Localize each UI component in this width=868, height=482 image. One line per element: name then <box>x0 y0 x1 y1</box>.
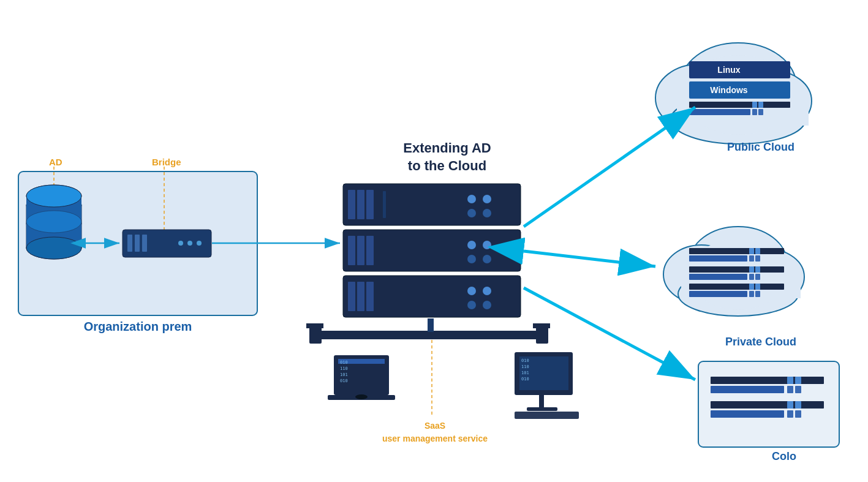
svg-rect-27 <box>343 184 521 225</box>
svg-point-15 <box>26 237 81 259</box>
svg-point-32 <box>483 195 491 203</box>
svg-rect-115 <box>755 291 760 297</box>
svg-text:Windows: Windows <box>710 85 748 95</box>
svg-rect-90 <box>752 109 757 115</box>
svg-rect-60 <box>338 359 385 364</box>
svg-rect-57 <box>533 323 550 328</box>
svg-rect-67 <box>515 352 573 395</box>
svg-rect-126 <box>795 401 801 409</box>
svg-point-43 <box>483 255 491 263</box>
colo-label: Colo <box>744 450 824 463</box>
svg-line-130 <box>524 251 655 266</box>
svg-point-17 <box>26 185 81 207</box>
svg-rect-107 <box>755 266 760 273</box>
svg-text:010: 010 <box>521 377 529 382</box>
svg-rect-30 <box>366 190 374 219</box>
svg-rect-88 <box>752 102 757 108</box>
svg-rect-123 <box>711 401 824 409</box>
svg-point-78 <box>732 70 812 132</box>
svg-rect-21 <box>142 235 147 252</box>
svg-text:101: 101 <box>340 372 348 377</box>
svg-rect-14 <box>26 196 81 248</box>
svg-rect-119 <box>787 377 793 384</box>
svg-point-77 <box>655 64 741 132</box>
svg-point-42 <box>467 255 476 263</box>
svg-rect-109 <box>755 274 760 280</box>
svg-rect-38 <box>357 236 364 265</box>
svg-rect-97 <box>681 271 801 298</box>
svg-rect-118 <box>711 386 784 393</box>
svg-point-12 <box>26 237 81 259</box>
svg-rect-120 <box>795 377 801 384</box>
svg-rect-104 <box>689 266 784 273</box>
svg-point-22 <box>178 241 183 246</box>
svg-point-50 <box>467 301 476 309</box>
svg-rect-19 <box>127 235 132 252</box>
svg-rect-39 <box>366 236 374 265</box>
svg-point-16 <box>26 211 81 233</box>
svg-rect-106 <box>749 266 754 273</box>
svg-rect-125 <box>787 401 793 409</box>
svg-rect-98 <box>689 248 784 254</box>
svg-line-131 <box>524 288 695 380</box>
svg-rect-73 <box>539 395 544 407</box>
svg-rect-113 <box>755 284 760 290</box>
svg-rect-20 <box>135 235 140 252</box>
svg-point-66 <box>355 394 368 399</box>
svg-rect-117 <box>711 377 824 384</box>
svg-point-11 <box>26 213 81 235</box>
svg-rect-55 <box>536 326 548 344</box>
svg-point-96 <box>689 239 787 310</box>
svg-rect-122 <box>795 386 801 393</box>
svg-rect-84 <box>689 81 790 99</box>
svg-rect-116 <box>698 361 839 447</box>
svg-rect-101 <box>755 248 760 254</box>
svg-text:110: 110 <box>521 364 529 369</box>
svg-point-76 <box>680 43 796 129</box>
svg-rect-112 <box>749 284 754 290</box>
svg-text:AD: AD <box>49 157 62 167</box>
svg-rect-46 <box>357 282 364 311</box>
svg-point-31 <box>467 195 476 203</box>
svg-rect-45 <box>348 282 355 311</box>
svg-rect-105 <box>689 274 747 280</box>
svg-rect-89 <box>758 102 763 108</box>
svg-rect-128 <box>795 410 801 418</box>
public-cloud-label: Public Cloud <box>693 141 828 154</box>
svg-rect-91 <box>758 109 763 115</box>
svg-rect-28 <box>348 190 355 219</box>
svg-rect-54 <box>309 326 322 344</box>
svg-rect-114 <box>749 291 754 297</box>
svg-point-93 <box>663 245 739 304</box>
svg-rect-52 <box>312 331 545 339</box>
svg-point-13 <box>26 185 81 207</box>
svg-rect-124 <box>711 410 784 418</box>
svg-point-49 <box>483 287 491 295</box>
svg-text:010: 010 <box>340 360 348 365</box>
svg-point-24 <box>197 241 202 246</box>
svg-rect-102 <box>749 255 754 262</box>
svg-point-33 <box>467 209 476 217</box>
svg-rect-44 <box>343 276 521 317</box>
svg-point-51 <box>483 301 491 309</box>
svg-point-34 <box>483 209 491 217</box>
svg-rect-127 <box>787 410 793 418</box>
svg-rect-35 <box>383 191 386 218</box>
svg-rect-68 <box>519 356 568 390</box>
svg-point-23 <box>187 241 192 246</box>
svg-text:Linux: Linux <box>717 65 741 75</box>
svg-point-48 <box>467 287 476 295</box>
svg-point-41 <box>483 241 491 249</box>
svg-point-80 <box>683 55 793 135</box>
svg-point-79 <box>671 95 806 144</box>
svg-rect-56 <box>306 323 323 328</box>
svg-rect-10 <box>26 205 81 248</box>
svg-rect-111 <box>689 291 747 297</box>
svg-rect-29 <box>357 190 364 219</box>
svg-rect-87 <box>689 109 750 115</box>
svg-rect-100 <box>749 248 754 254</box>
svg-rect-99 <box>689 255 747 262</box>
svg-rect-59 <box>334 355 389 395</box>
saas-label: SaaS user management service <box>380 420 490 445</box>
svg-point-94 <box>733 249 804 304</box>
